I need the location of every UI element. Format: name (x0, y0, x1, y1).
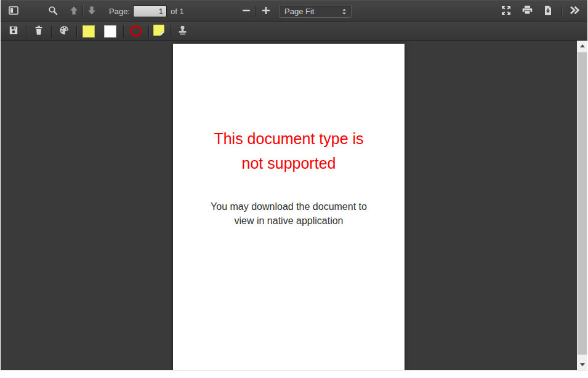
toolbar-separator (562, 6, 562, 17)
color-palette-button[interactable] (55, 23, 73, 39)
error-title-line2: not supported (173, 151, 405, 175)
toolbar-separator (83, 6, 83, 17)
palette-icon (59, 25, 70, 37)
toolbar-separator (26, 25, 26, 38)
minus-icon (241, 6, 251, 17)
fullscreen-button[interactable] (497, 3, 515, 19)
scroll-down-icon (580, 363, 585, 366)
zoom-in-button[interactable] (258, 3, 274, 19)
highlight-yellow-button[interactable] (83, 25, 95, 38)
annotation-toolbar (1, 22, 587, 41)
save-button[interactable] (5, 23, 22, 39)
circle-annotation-button[interactable] (130, 25, 142, 37)
zoom-out-button[interactable] (238, 3, 254, 19)
save-icon (9, 25, 18, 37)
toolbar-separator (255, 6, 256, 17)
fullscreen-icon (501, 6, 511, 17)
error-body-line1: You may download the document to (173, 199, 405, 214)
pdf-viewer: Page: of 1 Page Fit (1, 0, 587, 371)
browser-page: { "toolbar": { "page_label": "Page:", "p… (0, 0, 588, 378)
highlight-white-button[interactable] (104, 25, 116, 38)
error-body-line2: view in native application (173, 214, 405, 228)
toolbar-separator (51, 25, 52, 38)
vertical-scrollbar[interactable] (577, 41, 587, 370)
scroll-up-button[interactable] (577, 41, 587, 51)
search-icon (48, 6, 58, 17)
zoom-select-value: Page Fit (284, 7, 314, 16)
toolbar-left-group: Page: of 1 (1, 0, 184, 22)
error-title-line1: This document type is (173, 126, 405, 151)
error-title: This document type is not supported (173, 126, 405, 175)
main-toolbar: Page: of 1 Page Fit (1, 0, 587, 22)
stamp-button[interactable] (174, 23, 191, 39)
error-body: You may download the document to view in… (173, 199, 405, 228)
document-viewport: This document type is not supported You … (1, 41, 587, 370)
search-button[interactable] (44, 3, 62, 19)
sticky-note-icon (153, 24, 165, 38)
scroll-down-button[interactable] (577, 360, 587, 370)
download-button[interactable] (539, 3, 557, 19)
toolbar-right-group (497, 0, 583, 22)
arrow-up-icon (69, 6, 79, 17)
select-spinner-icon (340, 7, 348, 18)
trash-icon (34, 25, 44, 37)
delete-button[interactable] (30, 23, 47, 39)
sidebar-toggle-icon (9, 6, 18, 17)
double-chevron-right-icon (569, 6, 580, 17)
sidebar-toggle-button[interactable] (5, 3, 22, 19)
page-down-button[interactable] (84, 3, 100, 19)
toolbar-separator (76, 25, 77, 38)
zoom-select[interactable]: Page Fit (279, 5, 352, 18)
download-icon (543, 6, 553, 17)
plus-icon (261, 6, 271, 17)
document-page: This document type is not supported You … (173, 44, 405, 370)
toolbar-separator (170, 25, 171, 38)
page-count-label: of 1 (171, 7, 184, 16)
page-up-button[interactable] (66, 3, 82, 19)
page-label: Page: (109, 7, 130, 16)
scroll-up-icon (580, 44, 585, 47)
scrollbar-thumb[interactable] (578, 52, 587, 355)
stamp-icon (177, 25, 188, 37)
toolbar-separator (123, 25, 124, 38)
arrow-down-icon (87, 6, 97, 17)
more-tools-button[interactable] (566, 3, 583, 19)
page-number-input[interactable] (133, 6, 167, 17)
print-button[interactable] (518, 3, 536, 19)
printer-icon (522, 6, 533, 17)
sticky-note-button[interactable] (151, 23, 167, 39)
toolbar-separator (148, 25, 149, 38)
